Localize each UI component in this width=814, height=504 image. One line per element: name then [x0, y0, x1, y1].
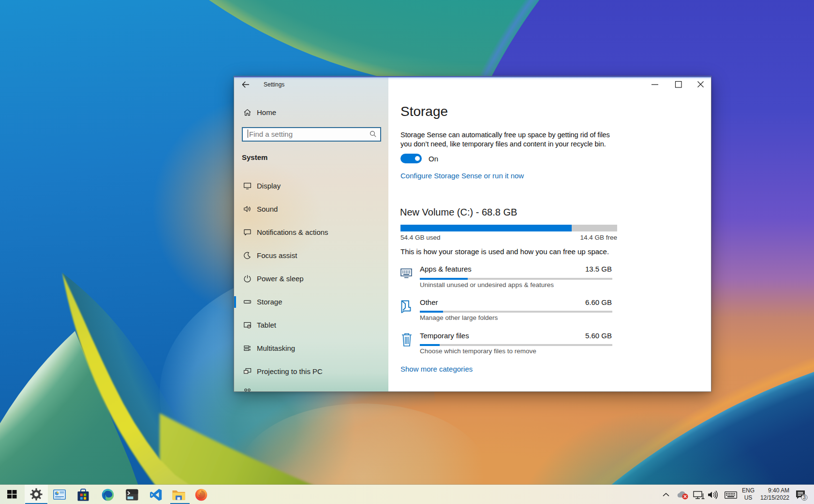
svg-text:3: 3 [803, 494, 806, 500]
